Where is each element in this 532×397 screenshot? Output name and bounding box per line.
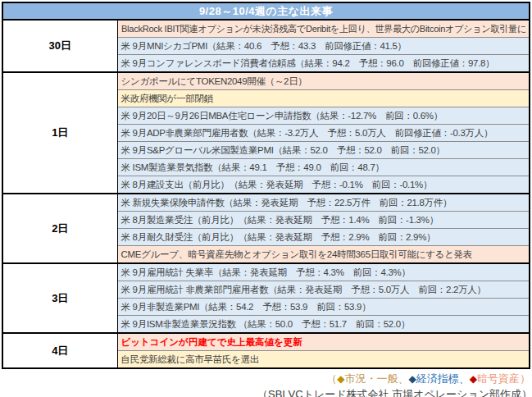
- event-cell: 自民党新総裁に高市早苗氏を選出: [117, 351, 530, 369]
- event-cell: シンガポールにてTOKEN2049開催（～2日）: [117, 72, 530, 90]
- event-text: 自民党新総裁に高市早苗氏を選出: [121, 354, 260, 366]
- event-text: BlackRock IBIT関連オプションが未決済残高でDeribitを上回り、…: [121, 23, 526, 35]
- credit-line: （SBI VCトレード株式会社 市場オペレーション部作成）: [2, 388, 532, 397]
- event-cell: 米 9月雇用統計 非農業部門雇用者数（結果：発表延期 予想：5.0万人 前回：2…: [117, 281, 530, 299]
- event-text: シンガポールにてTOKEN2049開催（～2日）: [121, 75, 307, 88]
- event-text: 米 9月S&Pグローバル米国製造業PMI（結果：52.0 予想：52.0 前回：…: [121, 144, 445, 157]
- legend-econ-label: 経済指標、: [416, 372, 470, 385]
- event-text: 米 9月コンファレンスボード消費者信頼感（結果：94.2 予想：96.0 前回修…: [121, 57, 495, 70]
- event-text: 米 9月ADP非農業部門雇用者数（結果：-3.2万人 予想：5.0万人 前回修正…: [121, 127, 493, 139]
- table-row: 3日米 9月雇用統計 失業率（結果：発表延期 予想：4.3% 前回：4.3%）: [2, 263, 530, 281]
- category-legend: （◆市況・一般、◆経済指標、◆暗号資産）: [2, 372, 530, 386]
- event-cell: 米 8月製造業受注（前月比）（結果：発表延期 予想：1.4% 前回：-1.3%）: [117, 212, 530, 229]
- event-text: 米 8月製造業受注（前月比）（結果：発表延期 予想：1.4% 前回：-1.3%）: [121, 214, 439, 226]
- event-cell: 米政府機関が一部閉鎖: [117, 90, 530, 107]
- legend-econ-diamond-icon: ◆: [409, 373, 416, 385]
- event-text: 米 8月耐久財受注（前月比）（結果：発表延期 予想：2.9% 前回：2.9%）: [121, 231, 436, 244]
- date-cell: 4日: [2, 333, 117, 368]
- event-cell: 米 ISM製造業景気指数（結果：49.1 予想：49.0 前回：48.7）: [117, 159, 530, 176]
- date-cell: 2日: [2, 194, 117, 263]
- table-row: 2日米 新規失業保険申請件数（結果：発表延期 予想：22.5万件 前回：21.8…: [2, 194, 530, 212]
- event-cell: 米 8月建設支出（前月比）（結果：発表延期 予想：-0.1% 前回：-0.1%）: [117, 176, 530, 194]
- legend-general-diamond-icon: ◆: [337, 373, 344, 385]
- date-cell: 3日: [2, 263, 117, 333]
- legend-open-paren: （: [326, 372, 337, 385]
- event-text: CMEグループ、暗号資産先物とオプション取引を24時間365日取引可能にすると発…: [121, 249, 473, 261]
- events-table: 9/28～10/4週の主な出来事 30日BlackRock IBIT関連オプショ…: [2, 2, 530, 369]
- date-cell: 30日: [2, 20, 117, 72]
- event-cell: 米 9月20日～9月26日MBA住宅ローン申請指数（結果：-12.7% 前回：0…: [117, 107, 530, 125]
- table-row: 30日BlackRock IBIT関連オプションが未決済残高でDeribitを上…: [2, 20, 530, 38]
- legend-crypto-diamond-icon: ◆: [470, 373, 477, 385]
- event-text: 米 9月雇用統計 非農業部門雇用者数（結果：発表延期 予想：5.0万人 前回：2…: [121, 284, 486, 296]
- legend-close-paren: ）: [520, 372, 530, 385]
- event-text: 米 9月非製造業PMI（結果：54.2 予想：53.9 前回：53.9）: [121, 301, 371, 313]
- date-cell: 1日: [2, 72, 117, 194]
- event-cell: BlackRock IBIT関連オプションが未決済残高でDeribitを上回り、…: [117, 20, 530, 38]
- event-cell: 米 9月非製造業PMI（結果：54.2 予想：53.9 前回：53.9）: [117, 299, 530, 316]
- event-text: 米 9月20日～9月26日MBA住宅ローン申請指数（結果：-12.7% 前回：0…: [121, 110, 443, 122]
- event-cell: CMEグループ、暗号資産先物とオプション取引を24時間365日取引可能にすると発…: [117, 246, 530, 264]
- event-cell: 米 9月ISM非製造業景況指数 （結果：50.0 予想：51.7 前回：52.0…: [117, 316, 530, 334]
- event-text: 米 9月雇用統計 失業率（結果：発表延期 予想：4.3% 前回：4.3%）: [121, 267, 411, 279]
- table-title: 9/28～10/4週の主な出来事: [2, 2, 530, 20]
- event-text: 米 9月ISM非製造業景況指数 （結果：50.0 予想：51.7 前回：52.0…: [121, 318, 411, 331]
- event-text: ビットコインが円建てで史上最高値を更新: [121, 336, 302, 349]
- event-text: 米 新規失業保険申請件数（結果：発表延期 予想：22.5万件 前回：21.8万件…: [121, 197, 452, 209]
- page: 9/28～10/4週の主な出来事 30日BlackRock IBIT関連オプショ…: [0, 2, 532, 397]
- legend-crypto-label: 暗号資産: [477, 372, 520, 385]
- table-row: 4日ビットコインが円建てで史上最高値を更新: [2, 333, 530, 351]
- event-cell: 米 新規失業保険申請件数（結果：発表延期 予想：22.5万件 前回：21.8万件…: [117, 194, 530, 212]
- event-cell: 米 9月ADP非農業部門雇用者数（結果：-3.2万人 予想：5.0万人 前回修正…: [117, 125, 530, 142]
- event-cell: 米 8月耐久財受注（前月比）（結果：発表延期 予想：2.9% 前回：2.9%）: [117, 229, 530, 246]
- event-cell: ビットコインが円建てで史上最高値を更新: [117, 333, 530, 351]
- event-cell: 米 9月MNIシカゴPMI（結果：40.6 予想：43.3 前回修正値：41.5…: [117, 38, 530, 55]
- event-text: 米 9月MNIシカゴPMI（結果：40.6 予想：43.3 前回修正値：41.5…: [121, 40, 407, 52]
- legend-general-label: 市況・一般、: [345, 372, 409, 385]
- event-cell: 米 9月S&Pグローバル米国製造業PMI（結果：52.0 予想：52.0 前回：…: [117, 142, 530, 159]
- event-cell: 米 9月雇用統計 失業率（結果：発表延期 予想：4.3% 前回：4.3%）: [117, 263, 530, 281]
- table-row: 1日シンガポールにてTOKEN2049開催（～2日）: [2, 72, 530, 90]
- event-text: 米 ISM製造業景気指数（結果：49.1 予想：49.0 前回：48.7）: [121, 162, 384, 174]
- header-row: 9/28～10/4週の主な出来事: [2, 2, 530, 20]
- event-text: 米 8月建設支出（前月比）（結果：発表延期 予想：-0.1% 前回：-0.1%）: [121, 179, 433, 191]
- event-text: 米政府機関が一部閉鎖: [121, 93, 213, 105]
- event-cell: 米 9月コンファレンスボード消費者信頼感（結果：94.2 予想：96.0 前回修…: [117, 55, 530, 73]
